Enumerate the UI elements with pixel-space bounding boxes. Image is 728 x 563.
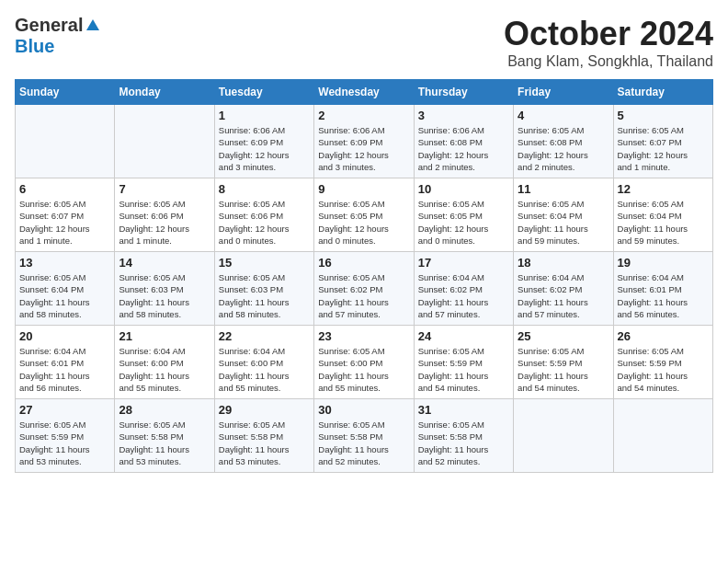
title-block: October 2024 Bang Klam, Songkhla, Thaila… [504, 15, 713, 70]
day-info: Sunrise: 6:05 AM Sunset: 6:04 PM Dayligh… [19, 271, 110, 320]
day-number: 17 [418, 256, 509, 270]
weekday-header-saturday: Saturday [613, 80, 712, 105]
calendar-cell: 15Sunrise: 6:05 AM Sunset: 6:03 PM Dayli… [214, 252, 313, 326]
day-number: 5 [618, 109, 709, 122]
day-info: Sunrise: 6:05 AM Sunset: 5:59 PM Dayligh… [19, 419, 110, 467]
weekday-header-monday: Monday [115, 80, 214, 105]
day-info: Sunrise: 6:05 AM Sunset: 6:07 PM Dayligh… [19, 198, 110, 247]
day-info: Sunrise: 6:05 AM Sunset: 5:59 PM Dayligh… [618, 345, 709, 394]
day-number: 12 [618, 182, 709, 196]
logo-general-text: General [15, 15, 83, 36]
day-info: Sunrise: 6:05 AM Sunset: 6:05 PM Dayligh… [318, 198, 409, 247]
svg-marker-0 [86, 19, 99, 30]
day-number: 4 [518, 109, 609, 122]
day-info: Sunrise: 6:05 AM Sunset: 6:06 PM Dayligh… [219, 198, 310, 247]
weekday-header-tuesday: Tuesday [214, 80, 313, 105]
weekday-header-thursday: Thursday [414, 80, 513, 105]
day-number: 3 [418, 109, 509, 122]
day-info: Sunrise: 6:05 AM Sunset: 6:02 PM Dayligh… [318, 271, 409, 320]
day-number: 10 [418, 182, 509, 196]
calendar-cell: 2Sunrise: 6:06 AM Sunset: 6:09 PM Daylig… [314, 105, 414, 178]
day-number: 24 [418, 329, 509, 343]
day-number: 13 [19, 256, 110, 270]
day-info: Sunrise: 6:05 AM Sunset: 5:58 PM Dayligh… [219, 419, 310, 467]
weekday-header-row: SundayMondayTuesdayWednesdayThursdayFrid… [16, 80, 713, 105]
calendar-cell: 5Sunrise: 6:05 AM Sunset: 6:07 PM Daylig… [613, 105, 712, 178]
logo: General Blue [15, 15, 101, 57]
day-number: 28 [119, 403, 210, 417]
weekday-header-friday: Friday [514, 80, 613, 105]
calendar-cell: 1Sunrise: 6:06 AM Sunset: 6:09 PM Daylig… [214, 105, 313, 178]
calendar-cell [613, 399, 712, 473]
calendar-cell: 3Sunrise: 6:06 AM Sunset: 6:08 PM Daylig… [414, 105, 513, 178]
calendar-cell: 7Sunrise: 6:05 AM Sunset: 6:06 PM Daylig… [115, 178, 214, 252]
calendar-cell: 11Sunrise: 6:05 AM Sunset: 6:04 PM Dayli… [514, 178, 613, 252]
day-info: Sunrise: 6:04 AM Sunset: 6:02 PM Dayligh… [518, 271, 609, 320]
calendar-cell: 20Sunrise: 6:04 AM Sunset: 6:01 PM Dayli… [16, 326, 115, 399]
day-info: Sunrise: 6:05 AM Sunset: 6:08 PM Dayligh… [518, 124, 609, 173]
day-info: Sunrise: 6:05 AM Sunset: 6:00 PM Dayligh… [318, 345, 409, 394]
day-info: Sunrise: 6:05 AM Sunset: 5:59 PM Dayligh… [518, 345, 609, 394]
day-info: Sunrise: 6:05 AM Sunset: 5:59 PM Dayligh… [418, 345, 509, 394]
day-info: Sunrise: 6:04 AM Sunset: 6:00 PM Dayligh… [119, 345, 210, 394]
day-number: 9 [318, 182, 409, 196]
weekday-header-wednesday: Wednesday [314, 80, 414, 105]
day-number: 21 [119, 329, 210, 343]
day-info: Sunrise: 6:06 AM Sunset: 6:09 PM Dayligh… [219, 124, 310, 173]
page-header: General Blue October 2024 Bang Klam, Son… [15, 15, 713, 70]
calendar-cell: 28Sunrise: 6:05 AM Sunset: 5:58 PM Dayli… [115, 399, 214, 473]
day-info: Sunrise: 6:04 AM Sunset: 6:01 PM Dayligh… [618, 271, 709, 320]
day-number: 31 [418, 403, 509, 417]
day-number: 18 [518, 256, 609, 270]
day-info: Sunrise: 6:04 AM Sunset: 6:00 PM Dayligh… [219, 345, 310, 394]
day-number: 22 [219, 329, 310, 343]
calendar-cell [115, 105, 214, 178]
day-number: 6 [19, 182, 110, 196]
day-info: Sunrise: 6:05 AM Sunset: 6:07 PM Dayligh… [618, 124, 709, 173]
calendar-week-3: 13Sunrise: 6:05 AM Sunset: 6:04 PM Dayli… [16, 252, 713, 326]
calendar-cell: 12Sunrise: 6:05 AM Sunset: 6:04 PM Dayli… [613, 178, 712, 252]
calendar-cell: 29Sunrise: 6:05 AM Sunset: 5:58 PM Dayli… [214, 399, 313, 473]
day-info: Sunrise: 6:05 AM Sunset: 6:04 PM Dayligh… [618, 198, 709, 247]
month-title: October 2024 [504, 15, 713, 53]
day-number: 8 [219, 182, 310, 196]
calendar-cell: 13Sunrise: 6:05 AM Sunset: 6:04 PM Dayli… [16, 252, 115, 326]
day-info: Sunrise: 6:05 AM Sunset: 6:06 PM Dayligh… [119, 198, 210, 247]
calendar-cell: 16Sunrise: 6:05 AM Sunset: 6:02 PM Dayli… [314, 252, 414, 326]
calendar-cell: 24Sunrise: 6:05 AM Sunset: 5:59 PM Dayli… [414, 326, 513, 399]
day-number: 15 [219, 256, 310, 270]
day-info: Sunrise: 6:05 AM Sunset: 5:58 PM Dayligh… [418, 419, 509, 467]
calendar-cell: 19Sunrise: 6:04 AM Sunset: 6:01 PM Dayli… [613, 252, 712, 326]
calendar-week-1: 1Sunrise: 6:06 AM Sunset: 6:09 PM Daylig… [16, 105, 713, 178]
day-info: Sunrise: 6:05 AM Sunset: 5:58 PM Dayligh… [318, 419, 409, 467]
day-number: 26 [618, 329, 709, 343]
calendar-cell: 8Sunrise: 6:05 AM Sunset: 6:06 PM Daylig… [214, 178, 313, 252]
day-info: Sunrise: 6:05 AM Sunset: 6:03 PM Dayligh… [219, 271, 310, 320]
day-info: Sunrise: 6:06 AM Sunset: 6:08 PM Dayligh… [418, 124, 509, 173]
calendar-week-5: 27Sunrise: 6:05 AM Sunset: 5:59 PM Dayli… [16, 399, 713, 473]
day-info: Sunrise: 6:04 AM Sunset: 6:01 PM Dayligh… [19, 345, 110, 394]
calendar-week-2: 6Sunrise: 6:05 AM Sunset: 6:07 PM Daylig… [16, 178, 713, 252]
calendar-cell: 9Sunrise: 6:05 AM Sunset: 6:05 PM Daylig… [314, 178, 414, 252]
calendar-cell: 27Sunrise: 6:05 AM Sunset: 5:59 PM Dayli… [16, 399, 115, 473]
calendar-cell: 26Sunrise: 6:05 AM Sunset: 5:59 PM Dayli… [613, 326, 712, 399]
day-number: 14 [119, 256, 210, 270]
day-number: 19 [618, 256, 709, 270]
calendar-cell: 25Sunrise: 6:05 AM Sunset: 5:59 PM Dayli… [514, 326, 613, 399]
calendar-cell: 6Sunrise: 6:05 AM Sunset: 6:07 PM Daylig… [16, 178, 115, 252]
calendar-cell: 17Sunrise: 6:04 AM Sunset: 6:02 PM Dayli… [414, 252, 513, 326]
day-info: Sunrise: 6:05 AM Sunset: 5:58 PM Dayligh… [119, 419, 210, 467]
day-number: 11 [518, 182, 609, 196]
day-info: Sunrise: 6:05 AM Sunset: 6:04 PM Dayligh… [518, 198, 609, 247]
day-number: 29 [219, 403, 310, 417]
day-number: 1 [219, 109, 310, 122]
location: Bang Klam, Songkhla, Thailand [504, 53, 713, 70]
day-info: Sunrise: 6:04 AM Sunset: 6:02 PM Dayligh… [418, 271, 509, 320]
logo-blue-text: Blue [15, 36, 54, 57]
day-number: 23 [318, 329, 409, 343]
logo-icon [85, 17, 101, 34]
calendar-cell: 22Sunrise: 6:04 AM Sunset: 6:00 PM Dayli… [214, 326, 313, 399]
calendar-cell: 23Sunrise: 6:05 AM Sunset: 6:00 PM Dayli… [314, 326, 414, 399]
calendar-week-4: 20Sunrise: 6:04 AM Sunset: 6:01 PM Dayli… [16, 326, 713, 399]
day-info: Sunrise: 6:06 AM Sunset: 6:09 PM Dayligh… [318, 124, 409, 173]
